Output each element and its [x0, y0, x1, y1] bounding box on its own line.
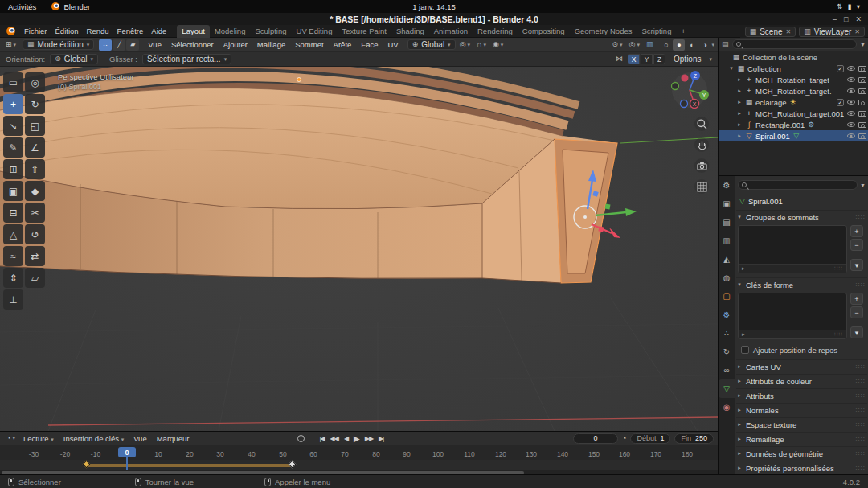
menu-vue[interactable]: Vue — [144, 40, 166, 49]
menu-vue-timeline[interactable]: Vue — [129, 434, 151, 443]
expand-arrow[interactable]: ▾ — [728, 65, 735, 72]
mode-dropdown[interactable]: ▦ Mode édition ▾ — [23, 39, 94, 50]
menu-rendu[interactable]: Rendu — [83, 27, 113, 35]
pivot-point-dropdown[interactable]: ◎▾ — [457, 39, 473, 51]
tool-rip[interactable]: ⊥ — [3, 289, 23, 310]
zoom-button[interactable] — [694, 117, 709, 131]
expand-arrow[interactable]: ▸ — [736, 121, 743, 128]
viewlayer-remove-icon[interactable]: ✕ — [854, 28, 860, 35]
rest-position-checkbox[interactable] — [741, 346, 749, 354]
gizmos-dropdown[interactable]: ⊙▾ — [610, 39, 625, 51]
clock[interactable]: 1 janv. 14:15 — [412, 2, 456, 11]
resize-grip-icon[interactable]: ∷∷ — [834, 331, 843, 338]
rest-position-row[interactable]: Ajouter position de repos — [741, 344, 837, 355]
tab-view-layer[interactable]: ▥ — [719, 232, 735, 250]
tool-move[interactable]: + — [3, 94, 23, 114]
section-shape-keys[interactable]: ▾ Clés de forme ∷∷ — [736, 277, 867, 291]
properties-editor[interactable]: ⚙ ▣ ▤ ▥ ◭ ◍ ▢ ⚙ ∴ ↻ ∞ ▽ ◉ ▼ ▽ — [719, 176, 868, 474]
remove-vertex-group-button[interactable]: − — [850, 239, 863, 251]
workspace-tab-compositing[interactable]: Compositing — [518, 25, 570, 38]
vertex-group-specials-button[interactable]: ▾ — [850, 259, 863, 271]
drag-grip-icon[interactable]: ∷∷ — [856, 281, 867, 289]
tool-add-cube[interactable]: ⊞ — [3, 159, 23, 179]
section-donnees-de-geometrie[interactable]: ▸ Données de géométrie ∷∷ — [736, 446, 867, 460]
tool-edge-slide[interactable]: ⇄ — [25, 246, 45, 266]
render-camera-icon[interactable] — [858, 100, 866, 105]
vertex-groups-list[interactable]: ▸∷∷ — [738, 225, 847, 273]
section-proprietes-personnalisees[interactable]: ▸ Propriétés personnalisées ∷∷ — [736, 461, 867, 474]
hide-eye-icon[interactable] — [847, 88, 855, 93]
add-shape-key-button[interactable]: + — [850, 293, 863, 305]
shape-key-specials-button[interactable]: ▾ — [850, 326, 863, 338]
outliner-row-mch-rotation-target[interactable]: ▸ + MCH_Rotation_target — [719, 74, 868, 85]
tool-knife[interactable]: ✂ — [25, 203, 45, 223]
play-button[interactable]: ▶ — [354, 434, 359, 443]
drag-grip-icon[interactable]: ∷∷ — [856, 465, 867, 472]
tab-constraints[interactable]: ∞ — [719, 361, 735, 379]
section-attributs[interactable]: ▸ Attributs ∷∷ — [736, 388, 867, 402]
hide-eye-icon[interactable] — [847, 111, 855, 116]
tool-options-dropdown[interactable]: Options — [670, 55, 704, 64]
expand-arrow[interactable]: ▸ — [736, 76, 743, 83]
face-select-button[interactable]: ▰ — [126, 39, 139, 51]
workspace-tab-scripting[interactable]: Scripting — [637, 25, 676, 38]
snap-dropdown[interactable]: ∩▾ — [474, 39, 489, 51]
outliner-search-input[interactable] — [732, 39, 858, 49]
mirror-y-button[interactable]: Y — [641, 54, 653, 64]
workspace-tab-layout[interactable]: Layout — [177, 25, 210, 38]
render-camera-icon[interactable] — [858, 122, 866, 128]
render-camera-icon[interactable] — [858, 111, 866, 117]
tab-scene[interactable]: ◭ — [719, 250, 735, 269]
drag-grip-icon[interactable]: ∷∷ — [856, 363, 867, 371]
outliner-row-mch-rotation-target-001[interactable]: ▸ + MCH_Rotation_target.001 — [719, 108, 868, 119]
shading-wireframe-button[interactable]: ○ — [660, 39, 672, 51]
tab-output[interactable]: ▤ — [719, 213, 735, 232]
drag-grip-icon[interactable]: ∷∷ — [856, 214, 867, 221]
tool-loop-cut[interactable]: ⊟ — [3, 203, 23, 223]
workspace-tab-uv-editing[interactable]: UV Editing — [292, 25, 338, 38]
menu-face[interactable]: Face — [357, 40, 382, 49]
drag-grip-icon[interactable]: ∷∷ — [856, 407, 867, 414]
menu-sommet[interactable]: Sommet — [291, 40, 327, 49]
section-normales[interactable]: ▸ Normales ∷∷ — [736, 403, 867, 416]
tool-shear[interactable]: ▱ — [25, 268, 45, 288]
viewport-3d[interactable]: Perspective Utilisateur (0) Spiral.001 ▭… — [0, 67, 718, 431]
tool-rotate[interactable]: ↻ — [25, 94, 45, 114]
workspace-add-button[interactable]: + — [676, 25, 690, 38]
section-attributs-de-couleur[interactable]: ▸ Attributs de couleur ∷∷ — [736, 374, 867, 388]
timeline-keyframe-strip[interactable] — [0, 460, 718, 470]
tool-transform[interactable]: ◱ — [25, 116, 45, 136]
drag-grip-icon[interactable]: ∷∷ — [856, 378, 867, 385]
section-remaillage[interactable]: ▸ Remaillage ∷∷ — [736, 432, 867, 445]
current-frame-field[interactable]: 0 — [573, 433, 618, 444]
tab-material[interactable]: ◉ — [719, 398, 735, 416]
menu-fenetre[interactable]: Fenêtre — [113, 27, 148, 35]
transform-orientation-dropdown[interactable]: ⊕ Global ▾ — [407, 39, 456, 50]
hide-eye-icon[interactable] — [847, 122, 855, 127]
toggle-perspective-button[interactable] — [694, 179, 709, 194]
next-keyframe-button[interactable]: ▶▶ — [365, 435, 373, 442]
render-camera-icon[interactable] — [858, 66, 866, 72]
tool-inset[interactable]: ▣ — [3, 181, 23, 201]
workspace-tab-animation[interactable]: Animation — [429, 25, 473, 38]
vertex-select-button[interactable]: ∷ — [99, 39, 112, 51]
properties-search-input[interactable] — [738, 180, 858, 190]
menu-maillage[interactable]: Maillage — [253, 40, 289, 49]
workspace-tab-geometry-nodes[interactable]: Geometry Nodes — [570, 25, 637, 38]
timeline-editor[interactable]: ◔▾ Lecture ▾ Insertion de clés ▾ Vue Mar… — [0, 431, 718, 474]
hide-eye-icon[interactable] — [847, 66, 855, 71]
section-vertex-groups[interactable]: ▾ Groupes de sommets ∷∷ — [736, 210, 867, 223]
shading-material-button[interactable]: ◐ — [686, 39, 698, 51]
menu-aide[interactable]: Aide — [147, 27, 170, 35]
scene-selector[interactable]: ▦ Scene ✕ — [745, 27, 796, 37]
workspace-tab-sculpting[interactable]: Sculpting — [250, 25, 291, 38]
pan-button[interactable] — [694, 137, 709, 152]
scene-unlink-icon[interactable]: ✕ — [786, 28, 792, 35]
expand-arrow[interactable]: ▸ — [736, 110, 743, 117]
tool-cursor[interactable]: ◎ — [25, 72, 45, 92]
overlays-dropdown[interactable]: ◎▾ — [627, 39, 642, 51]
tab-render[interactable]: ▣ — [719, 195, 735, 213]
tool-spin[interactable]: ↺ — [25, 224, 45, 244]
workspace-tab-rendering[interactable]: Rendering — [473, 25, 518, 38]
tool-annotate[interactable]: ✎ — [3, 137, 23, 158]
